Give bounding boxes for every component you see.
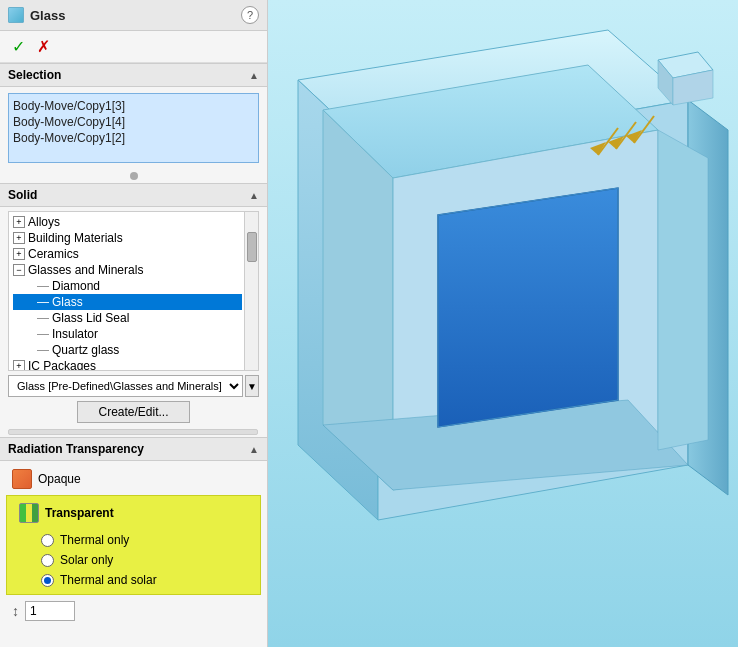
cancel-button[interactable]: ✗ xyxy=(33,35,54,58)
refractive-index-input[interactable] xyxy=(25,601,75,621)
material-tree[interactable]: + Alloys + Building Materials + Ceramics… xyxy=(8,211,259,371)
create-edit-button[interactable]: Create/Edit... xyxy=(77,401,189,423)
tree-item-insulator[interactable]: — Insulator xyxy=(13,326,242,342)
solid-section: Solid ▲ + Alloys + Building Materials + … xyxy=(0,183,267,427)
selection-label: Selection xyxy=(8,68,61,82)
thermal-only-label: Thermal only xyxy=(60,533,129,547)
tree-item-building-materials[interactable]: + Building Materials xyxy=(13,230,242,246)
diamond-label: Diamond xyxy=(52,279,100,293)
title-bar: Glass ? xyxy=(0,0,267,31)
solid-section-header[interactable]: Solid ▲ xyxy=(0,183,267,207)
confirm-button[interactable]: ✓ xyxy=(8,35,29,58)
title-bar-left: Glass xyxy=(8,7,65,23)
thermal-and-solar-option[interactable]: Thermal and solar xyxy=(13,570,254,590)
selection-item-2: Body-Move/Copy1[4] xyxy=(13,114,254,130)
solar-only-label: Solar only xyxy=(60,553,113,567)
dropdown-arrow-icon[interactable]: ▼ xyxy=(245,375,259,397)
alloys-label: Alloys xyxy=(28,215,60,229)
tree-item-quartz-glass[interactable]: — Quartz glass xyxy=(13,342,242,358)
transparent-option[interactable]: Transparent xyxy=(13,500,254,526)
glass-icon xyxy=(8,7,24,23)
glasses-minerals-label: Glasses and Minerals xyxy=(28,263,143,277)
radiation-chevron-icon: ▲ xyxy=(249,444,259,455)
tree-item-glass[interactable]: — Glass xyxy=(13,294,242,310)
thermal-only-option[interactable]: Thermal only xyxy=(13,530,254,550)
tree-scrollbar[interactable] xyxy=(244,212,258,370)
thermal-and-solar-label: Thermal and solar xyxy=(60,573,157,587)
material-dropdown-row: Glass [Pre-Defined\Glasses and Minerals]… xyxy=(8,375,259,397)
help-button[interactable]: ? xyxy=(241,6,259,24)
selection-item-3: Body-Move/Copy1[2] xyxy=(13,130,254,146)
selection-chevron-icon: ▲ xyxy=(249,70,259,81)
selection-item-1: Body-Move/Copy1[3] xyxy=(13,98,254,114)
radiation-section-header[interactable]: Radiation Transparency ▲ xyxy=(0,437,267,461)
tree-item-glasses-minerals[interactable]: − Glasses and Minerals xyxy=(13,262,242,278)
tree-item-diamond[interactable]: — Diamond xyxy=(13,278,242,294)
toolbar: ✓ ✗ xyxy=(0,31,267,63)
expand-alloys-icon[interactable]: + xyxy=(13,216,25,228)
ic-packages-label: IC Packages xyxy=(28,359,96,371)
tree-item-ceramics[interactable]: + Ceramics xyxy=(13,246,242,262)
tree-item-ic-packages[interactable]: + IC Packages xyxy=(13,358,242,371)
building-materials-label: Building Materials xyxy=(28,231,123,245)
opaque-icon xyxy=(12,469,32,489)
refractive-index-icon: ↕ xyxy=(12,603,19,619)
radiation-content: Opaque Transparent Thermal only Solar on… xyxy=(6,465,261,625)
selection-box: Body-Move/Copy1[3] Body-Move/Copy1[4] Bo… xyxy=(8,93,259,163)
3d-viewport[interactable] xyxy=(268,0,738,647)
glass-label: Glass xyxy=(52,295,83,309)
material-dropdown[interactable]: Glass [Pre-Defined\Glasses and Minerals] xyxy=(8,375,243,397)
opaque-option[interactable]: Opaque xyxy=(6,465,261,493)
solid-label: Solid xyxy=(8,188,37,202)
expand-ic-icon[interactable]: + xyxy=(13,360,25,371)
solid-chevron-icon: ▲ xyxy=(249,190,259,201)
solar-only-radio[interactable] xyxy=(41,554,54,567)
ceramics-label: Ceramics xyxy=(28,247,79,261)
vertical-resize-handle[interactable] xyxy=(8,429,258,435)
glass-lid-seal-label: Glass Lid Seal xyxy=(52,311,129,325)
scroll-indicator xyxy=(130,172,138,180)
left-panel: Glass ? ✓ ✗ Selection ▲ Body-Move/Copy1[… xyxy=(0,0,268,647)
transparent-block: Transparent Thermal only Solar only Ther… xyxy=(6,495,261,595)
tree-item-glass-lid-seal[interactable]: — Glass Lid Seal xyxy=(13,310,242,326)
selection-scroll xyxy=(0,169,267,183)
thermal-and-solar-radio[interactable] xyxy=(41,574,54,587)
selection-section-header[interactable]: Selection ▲ xyxy=(0,63,267,87)
create-edit-row: Create/Edit... xyxy=(8,401,259,423)
opaque-label: Opaque xyxy=(38,472,81,486)
tree-content: + Alloys + Building Materials + Ceramics… xyxy=(9,212,258,371)
expand-building-icon[interactable]: + xyxy=(13,232,25,244)
svg-marker-9 xyxy=(438,188,618,427)
3d-scene-svg xyxy=(268,0,738,647)
quartz-glass-label: Quartz glass xyxy=(52,343,119,357)
window-title: Glass xyxy=(30,8,65,23)
radiation-section: Radiation Transparency ▲ Opaque Transpar… xyxy=(0,437,267,647)
refractive-index-row: ↕ xyxy=(6,597,261,625)
scrollbar-thumb[interactable] xyxy=(247,232,257,262)
expand-ceramics-icon[interactable]: + xyxy=(13,248,25,260)
radiation-label: Radiation Transparency xyxy=(8,442,144,456)
svg-marker-11 xyxy=(658,130,708,450)
insulator-label: Insulator xyxy=(52,327,98,341)
expand-glasses-icon[interactable]: − xyxy=(13,264,25,276)
solar-only-option[interactable]: Solar only xyxy=(13,550,254,570)
transparent-label: Transparent xyxy=(45,506,114,520)
transparent-icon xyxy=(19,503,39,523)
thermal-only-radio[interactable] xyxy=(41,534,54,547)
tree-item-alloys[interactable]: + Alloys xyxy=(13,214,242,230)
